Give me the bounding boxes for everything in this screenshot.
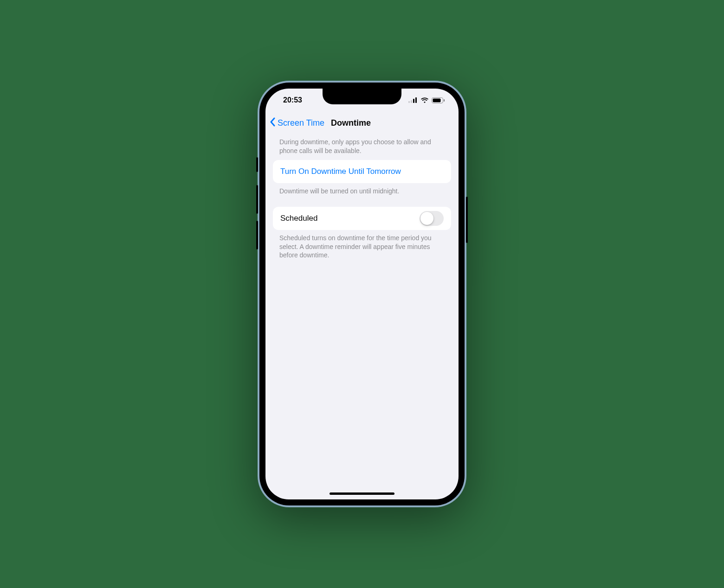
back-label: Screen Time — [278, 118, 324, 128]
content-area: During downtime, only apps you choose to… — [265, 134, 459, 260]
svg-rect-2 — [413, 99, 414, 103]
svg-rect-0 — [408, 101, 410, 103]
nav-bar: Screen Time Downtime — [265, 112, 459, 134]
status-time: 20:53 — [279, 96, 302, 104]
page-title: Downtime — [331, 118, 371, 128]
back-button[interactable]: Screen Time — [269, 117, 324, 129]
home-indicator[interactable] — [330, 492, 394, 495]
svg-rect-6 — [444, 99, 445, 102]
volume-down-button — [256, 221, 258, 249]
turn-on-footer: Downtime will be turned on until midnigh… — [273, 183, 451, 196]
chevron-left-icon — [269, 117, 277, 129]
intro-text: During downtime, only apps you choose to… — [273, 134, 451, 160]
status-bar: 20:53 — [265, 89, 459, 112]
scheduled-label: Scheduled — [280, 214, 317, 223]
screen: 20:53 — [265, 89, 459, 499]
notch — [323, 89, 401, 104]
status-icons — [408, 97, 445, 103]
volume-up-button — [256, 185, 258, 214]
wifi-icon — [420, 97, 429, 103]
cellular-signal-icon — [408, 97, 418, 103]
turn-on-downtime-label: Turn On Downtime Until Tomorrow — [280, 167, 401, 176]
battery-icon — [432, 97, 445, 103]
svg-rect-3 — [415, 97, 417, 103]
scheduled-row[interactable]: Scheduled — [273, 207, 451, 230]
svg-rect-5 — [433, 98, 441, 102]
svg-rect-1 — [411, 100, 412, 103]
power-button — [466, 197, 468, 243]
scheduled-footer: Scheduled turns on downtime for the time… — [273, 230, 451, 260]
iphone-device-frame: 20:53 — [258, 81, 466, 507]
turn-on-downtime-button[interactable]: Turn On Downtime Until Tomorrow — [273, 160, 451, 183]
scheduled-toggle[interactable] — [420, 211, 444, 226]
silence-switch — [256, 157, 258, 172]
